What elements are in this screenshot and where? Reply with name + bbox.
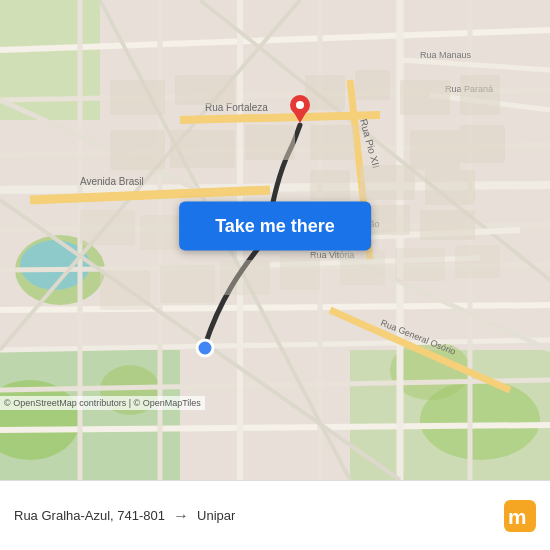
- svg-rect-59: [360, 165, 415, 200]
- svg-rect-55: [410, 130, 460, 170]
- route-from: Rua Gralha-Azul, 741-801: [14, 508, 165, 523]
- user-location-dot: [197, 340, 213, 356]
- svg-rect-64: [80, 210, 135, 245]
- svg-rect-57: [310, 125, 355, 160]
- svg-rect-49: [170, 130, 235, 168]
- svg-line-42: [400, 60, 550, 70]
- svg-rect-56: [460, 125, 505, 163]
- svg-line-32: [180, 115, 380, 120]
- svg-rect-66: [100, 270, 150, 310]
- svg-rect-67: [160, 265, 215, 303]
- take-me-there-button[interactable]: Take me there: [179, 201, 371, 250]
- moovit-logo-svg: m: [504, 500, 536, 532]
- svg-rect-47: [175, 75, 235, 105]
- svg-rect-68: [220, 260, 270, 295]
- svg-rect-50: [245, 125, 295, 160]
- svg-rect-60: [425, 170, 475, 205]
- svg-text:Avenida Brasil: Avenida Brasil: [80, 176, 144, 187]
- svg-rect-53: [400, 80, 450, 115]
- svg-point-75: [296, 101, 304, 109]
- svg-rect-63: [420, 210, 475, 240]
- map-attribution: © OpenStreetMap contributors | © OpenMap…: [0, 396, 205, 410]
- map-container: Avenida Brasil Rua Fortaleza Rua Pio XII…: [0, 0, 550, 480]
- svg-rect-54: [460, 75, 500, 115]
- route-to: Unipar: [197, 508, 235, 523]
- svg-rect-58: [310, 170, 350, 200]
- svg-rect-52: [355, 70, 390, 100]
- svg-rect-48: [110, 130, 165, 170]
- svg-rect-46: [110, 80, 165, 115]
- svg-rect-69: [280, 255, 320, 290]
- svg-text:Rua Manaus: Rua Manaus: [420, 50, 472, 60]
- moovit-logo: m: [504, 500, 536, 532]
- svg-text:m: m: [508, 505, 527, 528]
- svg-rect-70: [340, 250, 385, 285]
- route-arrow: →: [173, 507, 189, 525]
- svg-rect-72: [455, 245, 500, 278]
- svg-rect-51: [305, 75, 345, 110]
- bottom-bar: Rua Gralha-Azul, 741-801 → Unipar m: [0, 480, 550, 550]
- svg-rect-71: [395, 248, 445, 281]
